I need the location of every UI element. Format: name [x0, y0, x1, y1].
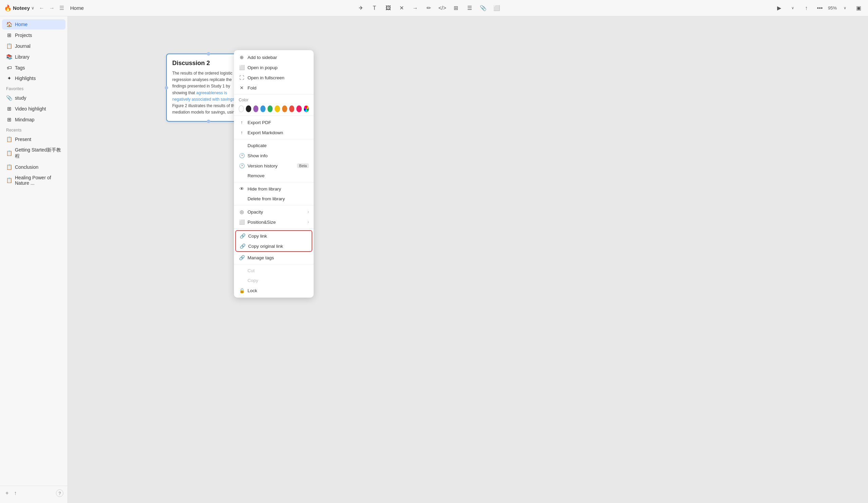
forward-button[interactable]: →: [47, 3, 56, 12]
sidebar-item-projects-label: Projects: [15, 33, 32, 38]
sidebar-item-projects[interactable]: ⊞ Projects: [2, 30, 65, 40]
sidebar-item-getting-started[interactable]: 📋 Getting Started新手教程: [2, 145, 65, 161]
menu-lock-label: Lock: [248, 288, 309, 293]
color-black[interactable]: [246, 105, 251, 112]
menu-export-markdown[interactable]: ↑ Export Markdown: [234, 127, 314, 138]
sidebar-item-present[interactable]: 📋 Present: [2, 134, 65, 144]
dot-bottom: [207, 120, 210, 123]
menu-remove-label: Remove: [248, 173, 309, 178]
upload-button[interactable]: ↑: [12, 489, 18, 497]
projects-icon: ⊞: [6, 32, 12, 38]
journal-icon: 📋: [6, 43, 12, 49]
sidebar-item-video-highlight[interactable]: ⊞ Video highlight: [2, 104, 65, 114]
open-fullscreen-icon: ⛶: [239, 75, 245, 80]
menu-copy-original-link-label: Copy original link: [248, 244, 308, 249]
dot-top: [207, 52, 210, 55]
tool-frame[interactable]: ⬜: [491, 3, 502, 13]
menu-open-fullscreen-label: Open in fullscreen: [248, 75, 309, 80]
back-button[interactable]: ←: [37, 3, 46, 12]
menu-export-pdf[interactable]: ↑ Export PDF: [234, 117, 314, 127]
color-red[interactable]: [289, 105, 294, 112]
canvas[interactable]: Discussion 2 The results of the ordered …: [68, 16, 868, 503]
getting-started-icon: 📋: [6, 150, 12, 156]
menu-version-history[interactable]: 🕐 Version history Beta: [234, 161, 314, 171]
sidebar-item-library[interactable]: 📚 Library: [2, 52, 65, 62]
color-yellow[interactable]: [275, 105, 280, 112]
tool-list[interactable]: ☰: [464, 3, 475, 13]
color-rainbow[interactable]: [304, 105, 309, 112]
tool-grid[interactable]: ⊞: [451, 3, 462, 13]
menu-duplicate[interactable]: Duplicate: [234, 141, 314, 150]
color-green[interactable]: [268, 105, 272, 112]
color-blue[interactable]: [260, 105, 266, 112]
menu-version-history-label: Version history: [248, 164, 293, 168]
menu-remove[interactable]: Remove: [234, 171, 314, 181]
menu-manage-tags[interactable]: 🔗 Manage tags: [234, 252, 314, 263]
menu-add-to-sidebar[interactable]: ⊕ Add to sidebar: [234, 52, 314, 62]
topbar-right: ▶ ∨ ↑ ••• 95% ∨ ▣: [774, 3, 864, 13]
menu-open-in-popup[interactable]: ⬜ Open in popup: [234, 62, 314, 73]
menu-copy-original-link[interactable]: 🔗 Copy original link: [236, 241, 312, 251]
opacity-arrow-icon: ›: [308, 209, 309, 214]
share-button[interactable]: ↑: [801, 3, 812, 13]
color-pink[interactable]: [296, 105, 301, 112]
add-to-sidebar-icon: ⊕: [239, 55, 245, 60]
healing-power-icon: 📋: [6, 177, 12, 184]
sidebar-item-healing-power[interactable]: 📋 Healing Power of Nature ...: [2, 173, 65, 188]
sidebar-item-home[interactable]: 🏠 Home: [2, 19, 65, 30]
sidebar-toggle[interactable]: ▣: [853, 3, 864, 13]
context-menu: ⊕ Add to sidebar ⬜ Open in popup ⛶ Open …: [234, 50, 314, 297]
tool-shape[interactable]: ✕: [396, 3, 407, 13]
tool-pen[interactable]: ✏: [423, 3, 434, 13]
tool-arrow2[interactable]: →: [410, 3, 421, 13]
app-logo[interactable]: 🔥 Noteey ∨: [4, 4, 34, 12]
menu-delete-from-library[interactable]: Delete from library: [234, 194, 314, 204]
fold-icon: ✕: [239, 85, 245, 91]
sidebar-item-highlights[interactable]: ✦ Highlights: [2, 73, 65, 83]
color-white[interactable]: [239, 105, 244, 112]
sidebar-item-tags[interactable]: 🏷 Tags: [2, 63, 65, 73]
play-dropdown[interactable]: ∨: [787, 3, 798, 13]
menu-opacity[interactable]: ◎ Opacity ›: [234, 207, 314, 217]
video-highlight-icon: ⊞: [6, 106, 12, 112]
tags-icon: 🏷: [6, 65, 12, 71]
dot-left: [165, 86, 168, 90]
tool-arrow[interactable]: ✈: [356, 3, 366, 13]
sidebar-item-tags-label: Tags: [15, 65, 25, 71]
color-orange[interactable]: [282, 105, 287, 112]
menu-show-info[interactable]: 🕐 Show info: [234, 150, 314, 161]
menu-copy-link[interactable]: 🔗 Copy link: [236, 231, 312, 241]
menu-copy-label: Copy: [248, 278, 309, 283]
zoom-dropdown[interactable]: ∨: [839, 3, 850, 13]
sidebar-item-journal[interactable]: 📋 Journal: [2, 41, 65, 51]
sidebar-item-mindmap[interactable]: ⊞ Mindmap: [2, 115, 65, 125]
menu-lock[interactable]: 🔒 Lock: [234, 285, 314, 295]
sidebar-item-study[interactable]: 📎 study: [2, 93, 65, 103]
manage-tags-icon: 🔗: [239, 255, 245, 260]
sidebar-item-library-label: Library: [15, 54, 30, 60]
tool-code[interactable]: </>: [437, 3, 448, 13]
app-logo-icon: 🔥: [4, 4, 11, 12]
more-button[interactable]: •••: [814, 3, 825, 13]
add-page-button[interactable]: +: [4, 489, 10, 497]
help-button[interactable]: ?: [56, 490, 63, 497]
color-purple[interactable]: [253, 105, 258, 112]
menu-button[interactable]: ☰: [57, 3, 66, 12]
menu-open-fullscreen[interactable]: ⛶ Open in fullscreen: [234, 73, 314, 83]
menu-cut: Cut: [234, 266, 314, 275]
menu-position-size[interactable]: ⬜ Position&Size ›: [234, 217, 314, 227]
menu-manage-tags-label: Manage tags: [248, 255, 309, 260]
tool-attach[interactable]: 📎: [478, 3, 488, 13]
chevron-down-icon: ∨: [31, 6, 34, 11]
tool-image[interactable]: 🖼: [383, 3, 394, 13]
show-info-icon: 🕐: [239, 153, 245, 158]
menu-hide-from-library[interactable]: 👁 Hide from library: [234, 184, 314, 194]
menu-export-markdown-label: Export Markdown: [248, 130, 309, 135]
position-size-arrow-icon: ›: [308, 220, 309, 224]
play-button[interactable]: ▶: [774, 3, 785, 13]
tool-text[interactable]: T: [369, 3, 380, 13]
opacity-icon: ◎: [239, 209, 245, 214]
sidebar-item-mindmap-label: Mindmap: [15, 117, 34, 122]
menu-fold[interactable]: ✕ Fold: [234, 83, 314, 93]
sidebar-item-conclusion[interactable]: 📋 Conclusion: [2, 162, 65, 172]
